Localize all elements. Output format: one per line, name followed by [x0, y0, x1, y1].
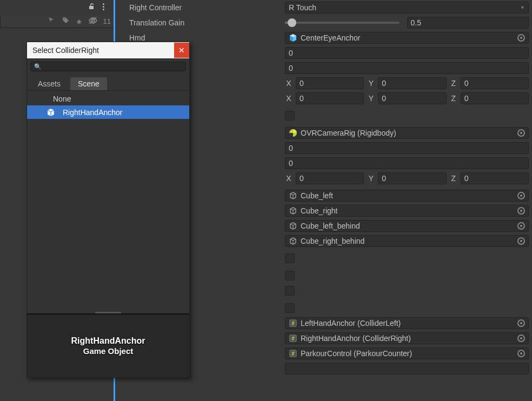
object-field[interactable]: Cube_right_behind [285, 235, 529, 247]
popup-tab-scene[interactable]: Scene [70, 77, 107, 90]
visibility-icon[interactable] [88, 16, 98, 26]
object-field[interactable]: Cube_right [285, 205, 529, 217]
popup-tabs: AssetsScene [27, 75, 189, 91]
vector3-field: X0Y0Z0 [285, 172, 529, 184]
property-value: X0Y0Z0 [285, 77, 529, 89]
number-field[interactable]: 0 [285, 62, 529, 74]
object-field[interactable]: #LeftHandAnchor (ColliderLeft) [285, 317, 529, 329]
box-icon [289, 191, 297, 200]
z-field[interactable]: 0 [461, 92, 529, 104]
popup-item[interactable]: None [27, 92, 189, 105]
x-field[interactable]: 0 [296, 92, 364, 104]
dropdown-field[interactable]: R Touch▼ [285, 2, 529, 14]
popup-tab-assets[interactable]: Assets [30, 77, 68, 90]
property-value [285, 253, 529, 263]
vector3-field: X0Y0Z0 [285, 92, 529, 104]
checkbox[interactable] [285, 303, 295, 313]
property-value: X0Y0Z0 [285, 172, 529, 184]
star-icon[interactable]: ★ [76, 17, 83, 26]
number-field[interactable]: 0 [285, 142, 529, 154]
script-icon: # [289, 334, 297, 343]
property-row: Translation Gain0.5 [115, 15, 532, 30]
checkbox[interactable] [285, 271, 295, 280]
property-value: Cube_right_behind [285, 235, 529, 247]
picker-icon[interactable] [48, 16, 56, 26]
gameobject-icon [46, 108, 55, 117]
object-picker-icon[interactable] [517, 237, 525, 245]
box-icon [289, 237, 297, 245]
number-field[interactable]: 0 [285, 47, 529, 59]
property-value: 0.5 [285, 17, 529, 29]
object-picker-popup: Select ColliderRight ✕ 🔍 AssetsScene Non… [26, 42, 190, 378]
popup-titlebar: Select ColliderRight ✕ [27, 42, 189, 58]
menu-icon[interactable] [103, 3, 104, 10]
slider[interactable] [285, 22, 400, 24]
object-field[interactable]: OVRCameraRig (Rigidbody) [285, 127, 529, 139]
object-picker-icon[interactable] [517, 319, 525, 327]
property-value: X0Y0Z0 [285, 92, 529, 104]
popup-title: Select ColliderRight [27, 46, 174, 55]
number-field[interactable] [285, 363, 529, 375]
tag-icon[interactable] [62, 16, 70, 26]
axis-label-y: Y [367, 94, 375, 103]
y-field[interactable]: 0 [378, 172, 446, 184]
property-label: Translation Gain [118, 18, 285, 27]
close-button[interactable]: ✕ [174, 43, 189, 58]
z-field[interactable]: 0 [461, 172, 529, 184]
popup-item[interactable]: RightHandAnchor [27, 105, 189, 119]
popup-item-label: None [53, 95, 71, 103]
property-value: 0 [285, 47, 529, 59]
object-picker-icon[interactable] [517, 207, 525, 215]
object-field[interactable]: Cube_left_behind [285, 220, 529, 232]
object-picker-icon[interactable] [517, 129, 525, 137]
object-field[interactable]: #ParkourControl (ParkourCounter) [285, 347, 529, 359]
object-picker-icon[interactable] [517, 350, 525, 357]
y-field[interactable]: 0 [378, 77, 446, 89]
number-field[interactable]: 0 [285, 157, 529, 169]
resize-handle[interactable] [95, 312, 121, 313]
axis-label-x: X [285, 94, 292, 103]
property-row: Right ControllerR Touch▼ [115, 0, 532, 15]
object-field[interactable]: #RightHandAnchor (ColliderRight) [285, 332, 529, 344]
lock-icon[interactable] [88, 3, 95, 12]
property-value: OVRCameraRig (Rigidbody) [285, 127, 529, 139]
property-value [285, 303, 529, 313]
popup-selected-type: Game Object [83, 346, 134, 356]
x-field[interactable]: 0 [296, 172, 364, 184]
svg-text:#: # [291, 351, 295, 357]
property-value [285, 286, 529, 296]
slider-thumb[interactable] [288, 18, 296, 27]
property-value [285, 271, 529, 280]
z-field[interactable]: 0 [461, 77, 529, 89]
checkbox[interactable] [285, 286, 295, 296]
checkbox[interactable] [285, 253, 295, 263]
popup-item-label: RightHandAnchor [63, 108, 123, 117]
object-picker-icon[interactable] [517, 222, 525, 230]
svg-text:#: # [291, 336, 295, 342]
axis-label-x: X [285, 174, 292, 183]
object-field[interactable]: Cube_left [285, 190, 529, 202]
svg-text:#: # [291, 320, 295, 326]
slider-value[interactable]: 0.5 [407, 17, 529, 29]
property-value: 0 [285, 62, 529, 74]
vector3-field: X0Y0Z0 [285, 77, 529, 89]
chevron-down-icon: ▼ [520, 5, 525, 10]
property-value [285, 363, 529, 375]
object-picker-icon[interactable] [517, 192, 525, 199]
axis-label-x: X [285, 79, 292, 88]
property-value: 0 [285, 142, 529, 154]
property-value [285, 111, 529, 121]
hierarchy-toolbar: ★ 11 [0, 15, 116, 28]
x-field[interactable]: 0 [296, 77, 364, 89]
object-picker-icon[interactable] [517, 34, 525, 42]
y-field[interactable]: 0 [378, 92, 446, 104]
property-label: Right Controller [118, 3, 285, 12]
object-picker-icon[interactable] [517, 335, 525, 342]
cube-icon [289, 34, 297, 42]
popup-list: NoneRightHandAnchor [27, 91, 189, 120]
property-value: CenterEyeAnchor [285, 32, 529, 44]
object-field[interactable]: CenterEyeAnchor [285, 32, 529, 44]
popup-search-input[interactable]: 🔍 [30, 62, 186, 71]
checkbox[interactable] [285, 111, 295, 121]
search-icon: 🔍 [34, 63, 42, 70]
